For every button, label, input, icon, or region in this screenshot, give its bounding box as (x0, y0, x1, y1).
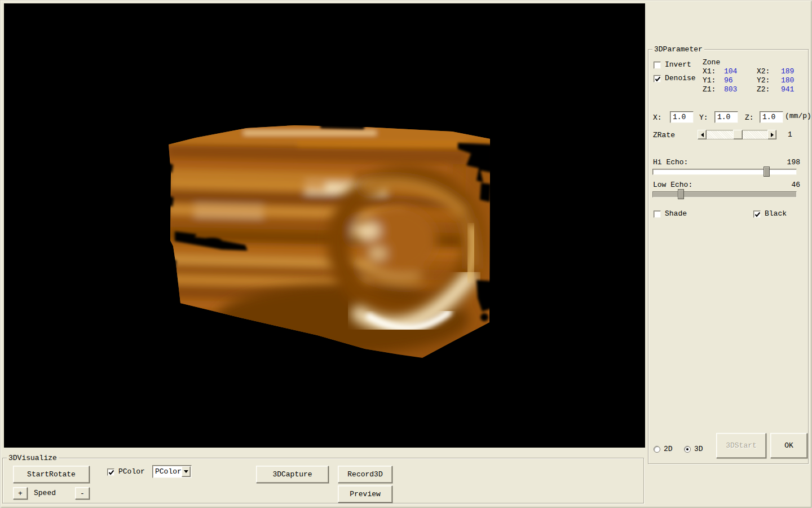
mode-3d-label: 3D (694, 445, 703, 453)
low-echo-track[interactable] (652, 191, 797, 198)
invert-checkbox[interactable] (654, 62, 661, 69)
pcolor-label: PColor (118, 467, 145, 476)
hi-echo-track[interactable] (652, 169, 797, 175)
scale-x-label: X: (653, 113, 662, 122)
start-rotate-button[interactable]: StartRotate (13, 466, 90, 483)
capture-button[interactable]: 3DCapture (256, 466, 329, 483)
volume-render (4, 3, 645, 448)
denoise-label: Denoise (665, 74, 696, 82)
zone-z1-value: 803 (724, 85, 737, 94)
zrate-right-arrow[interactable] (767, 130, 776, 139)
zone-y1-value: 96 (724, 76, 733, 85)
speed-minus-button[interactable]: - (75, 487, 90, 500)
pcolor-select-dropdown-button[interactable] (182, 466, 191, 477)
scale-z-field[interactable]: 1.0 (760, 111, 783, 123)
denoise-checkbox[interactable] (654, 75, 661, 82)
zone-z1-label: Z1: (703, 85, 716, 94)
zone-z2-value: 941 (781, 85, 794, 94)
scale-y-label: Y: (699, 113, 708, 122)
zrate-thumb[interactable] (733, 130, 743, 139)
zone-y2-value: 180 (781, 76, 794, 85)
check-icon (108, 470, 114, 476)
start3d-button[interactable]: 3DStart (716, 433, 766, 458)
check-icon (754, 212, 761, 218)
check-icon (655, 76, 661, 82)
zone-y2-label: Y2: (757, 76, 770, 85)
mode-3d-radio[interactable] (684, 446, 691, 453)
zone-y1-label: Y1: (703, 76, 716, 85)
scale-y-field[interactable]: 1.0 (714, 111, 738, 123)
scale-z-label: Z: (745, 113, 754, 122)
render-viewport[interactable] (4, 3, 645, 448)
zone-x2-label: X2: (757, 67, 770, 76)
black-checkbox[interactable] (753, 211, 761, 218)
record-button[interactable]: Record3D (338, 466, 392, 483)
pcolor-checkbox[interactable] (107, 468, 114, 476)
zone-x1-label: X1: (703, 67, 716, 76)
speed-plus-button[interactable]: + (13, 487, 28, 500)
chevron-down-icon (184, 470, 188, 473)
parameter-groupbox-title: 3DParameter (652, 45, 704, 54)
visualize-groupbox-title: 3DVisualize (7, 454, 59, 462)
scale-x-field[interactable]: 1.0 (670, 111, 694, 123)
hi-echo-value: 198 (787, 158, 800, 167)
zrate-label: ZRate (653, 131, 675, 139)
mode-2d-radio[interactable] (654, 446, 660, 453)
zrate-scrollbar[interactable] (698, 130, 776, 139)
invert-label: Invert (665, 60, 691, 69)
app-window: 3DParameter Invert Denoise Zone X1: 104 … (0, 0, 812, 508)
radio-dot-icon (686, 448, 689, 450)
mode-2d-label: 2D (664, 445, 673, 453)
preview-button[interactable]: Preview (338, 485, 392, 503)
zrate-left-arrow[interactable] (698, 130, 707, 139)
black-label: Black (765, 209, 787, 218)
left-arrow-icon (701, 133, 704, 137)
zone-title: Zone (703, 58, 720, 67)
visualize-groupbox: 3DVisualize StartRotate + Speed - PColor… (2, 458, 644, 503)
low-echo-thumb[interactable] (678, 189, 684, 199)
speed-label: Speed (34, 489, 56, 497)
parameter-groupbox: 3DParameter Invert Denoise Zone X1: 104 … (648, 49, 809, 464)
low-echo-value: 46 (791, 181, 800, 189)
zone-z2-label: Z2: (757, 85, 770, 94)
ok-button[interactable]: OK (770, 433, 807, 458)
hi-echo-label: Hi Echo: (653, 158, 688, 167)
shade-label: Shade (665, 209, 687, 218)
zone-x2-value: 189 (781, 67, 794, 76)
pcolor-select-value: PColor (153, 467, 182, 476)
zrate-value: 1 (788, 130, 792, 139)
zone-x1-value: 104 (724, 67, 737, 76)
scale-unit-label: (mm/p) (785, 112, 811, 120)
shade-checkbox[interactable] (654, 211, 661, 218)
pcolor-select[interactable]: PColor (152, 465, 192, 478)
hi-echo-thumb[interactable] (764, 167, 770, 177)
right-arrow-icon (771, 133, 774, 137)
low-echo-label: Low Echo: (653, 181, 692, 189)
